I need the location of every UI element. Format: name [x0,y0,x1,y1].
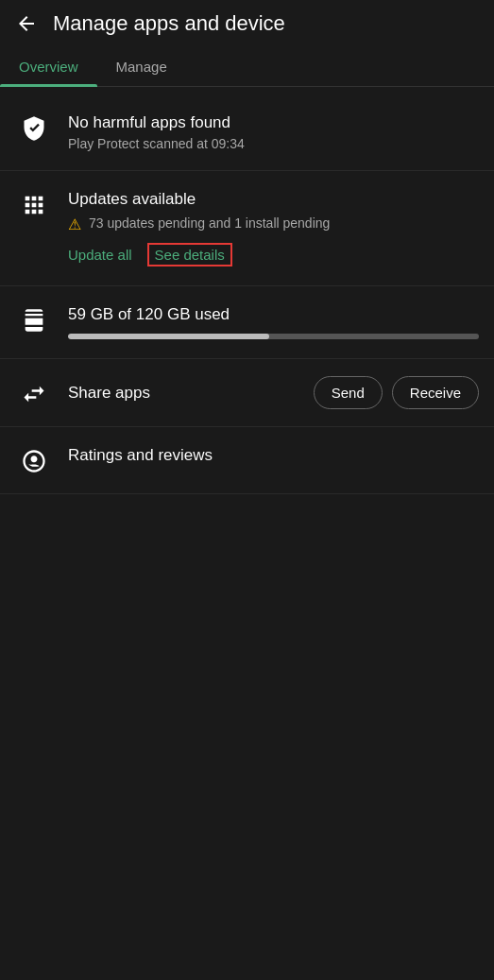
updates-action-buttons: Update all See details [68,243,479,266]
storage-progress-fill [68,334,269,339]
receive-button[interactable]: Receive [392,376,479,409]
update-all-button[interactable]: Update all [68,243,132,266]
share-buttons: Send Receive [314,376,479,409]
storage-content: 59 GB of 120 GB used [68,305,479,339]
see-details-button[interactable]: See details [147,243,232,266]
ratings-section: Ratings and reviews [0,427,494,494]
share-apps-title: Share apps [68,384,314,403]
play-protect-section: No harmful apps found Play Protect scann… [0,95,494,171]
shield-icon [15,115,53,142]
storage-section: 59 GB of 120 GB used [0,286,494,359]
updates-content: Updates available ⚠ 73 updates pending a… [68,190,479,266]
ratings-icon [15,448,53,474]
send-button[interactable]: Send [314,376,383,409]
tab-overview[interactable]: Overview [0,47,97,86]
updates-section: Updates available ⚠ 73 updates pending a… [0,171,494,286]
back-button[interactable] [15,12,38,35]
play-protect-title: No harmful apps found [68,113,479,132]
storage-title: 59 GB of 120 GB used [68,305,479,324]
storage-progress-bar [68,334,479,339]
updates-warning-text: 73 updates pending and 1 install pending [89,215,330,233]
play-protect-content: No harmful apps found Play Protect scann… [68,113,479,151]
apps-icon [15,192,53,218]
updates-title: Updates available [68,190,479,209]
share-apps-section: Share apps Send Receive [0,359,494,427]
play-protect-subtitle: Play Protect scanned at 09:34 [68,136,479,151]
storage-icon [15,307,53,334]
share-icon [15,381,53,407]
page-title: Manage apps and device [53,11,285,36]
header: Manage apps and device [0,0,494,47]
ratings-content: Ratings and reviews [68,446,479,469]
tabs-bar: Overview Manage [0,47,494,87]
updates-warning: ⚠ 73 updates pending and 1 install pendi… [68,215,479,233]
tab-manage[interactable]: Manage [97,47,186,86]
warning-icon: ⚠ [68,215,81,233]
ratings-title: Ratings and reviews [68,446,479,465]
